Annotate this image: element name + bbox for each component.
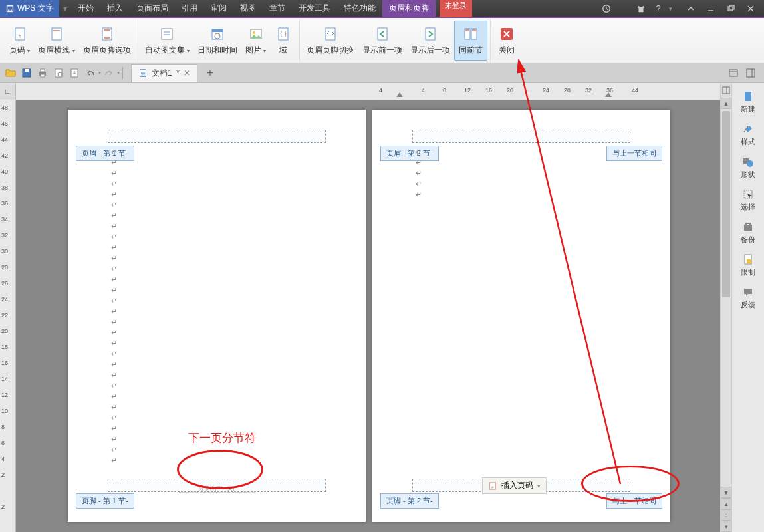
print-button[interactable] — [35, 66, 50, 80]
scroll-up-button[interactable]: ▲ — [721, 98, 731, 109]
tab-start[interactable]: 开始 — [71, 0, 100, 17]
redo-button[interactable] — [102, 66, 116, 80]
next-page-button[interactable]: ▾ — [721, 521, 731, 532]
moon-icon[interactable] — [617, 2, 630, 15]
page-number-button[interactable]: # 页码 ▾ — [5, 21, 34, 61]
new-tab-button[interactable]: + — [201, 65, 219, 82]
svg-rect-26 — [472, 29, 476, 31]
shape-icon — [741, 155, 755, 168]
close-button[interactable] — [741, 1, 760, 16]
print-preview-button[interactable] — [51, 66, 66, 80]
pane-toggle-icon[interactable] — [721, 83, 731, 98]
svg-rect-46 — [723, 87, 729, 94]
picture-button[interactable]: 图片 ▾ — [241, 21, 270, 61]
task-pane-button[interactable] — [743, 66, 758, 80]
minimize-button[interactable] — [701, 1, 720, 16]
page2-header-region[interactable] — [412, 130, 630, 143]
page-2[interactable]: 页眉 - 第 2 节- 与上一节相同 ↵↵↵↵↵ 页脚 - 第 2 节- 与上一… — [372, 110, 670, 522]
header-line-icon — [47, 25, 66, 43]
menu-tabs: 开始 插入 页面布局 引用 审阅 视图 章节 开发工具 特色功能 页眉和页脚 未… — [71, 0, 472, 17]
tab-special[interactable]: 特色功能 — [337, 0, 382, 17]
feedback-icon — [741, 285, 755, 299]
ruler-corner[interactable]: ∟ — [0, 83, 15, 100]
page-1[interactable]: 页眉 - 第 1 节- ↵↵↵↵↵↵↵↵↵↵↵↵↵↵↵↵↵↵↵↵↵↵↵↵↵↵↵↵… — [68, 110, 366, 522]
sidebar-restrict[interactable]: 限制 — [733, 249, 763, 281]
doc-tab-name: 文档1 * — [152, 68, 180, 79]
tab-view[interactable]: 视图 — [233, 0, 263, 17]
page1-footer-region[interactable]: 分节符(下一页) — [108, 479, 326, 492]
svg-rect-22 — [426, 28, 435, 40]
app-dropdown[interactable]: ▾ — [59, 4, 71, 13]
file-icon — [741, 90, 755, 103]
style-icon: A — [741, 122, 755, 136]
login-status[interactable]: 未登录 — [440, 0, 472, 17]
svg-rect-21 — [378, 28, 387, 40]
page-number-icon: # — [11, 25, 29, 43]
doc-tab-close[interactable]: ✕ — [184, 68, 190, 78]
app-name: WPS 文字 — [17, 3, 54, 14]
vertical-ruler[interactable]: ∟ 48464442403836343230282624222018161412… — [0, 83, 16, 532]
tab-layout[interactable]: 页面布局 — [130, 0, 175, 17]
ribbon: # 页码 ▾ 页眉横线 ▾ 页眉页脚选项 自动图文集 ▾ 日期和时间 图片 ▾ … — [0, 18, 764, 63]
same-prev-section-button[interactable]: 同前节 — [454, 21, 487, 61]
skin-icon[interactable] — [634, 2, 648, 15]
right-sidebar: 新建 A 样式 形状 选择 备份 限制 反馈 — [731, 83, 764, 532]
title-bar: WPS 文字 ▾ 开始 插入 页面布局 引用 审阅 视图 章节 开发工具 特色功… — [0, 0, 764, 18]
maximize-button[interactable] — [721, 1, 740, 16]
hf-options-button[interactable]: 页眉页脚选项 — [79, 21, 135, 61]
page2-header-link: 与上一节相同 — [606, 146, 662, 161]
vertical-scrollbar[interactable]: ▲ ▼ ▴ ○ ▾ — [720, 83, 731, 532]
prev-page-button[interactable]: ▴ — [721, 498, 731, 509]
sidebar-style[interactable]: A 样式 — [733, 118, 763, 151]
picture-icon — [247, 25, 265, 43]
wps-logo-icon — [5, 4, 15, 13]
scroll-thumb[interactable] — [722, 111, 730, 297]
date-time-button[interactable]: 日期和时间 — [193, 21, 241, 61]
sidebar-select[interactable]: 选择 — [733, 184, 763, 216]
header-line-button[interactable]: 页眉横线 ▾ — [34, 21, 78, 61]
help-dropdown[interactable]: ▾ — [669, 5, 672, 12]
svg-rect-9 — [104, 37, 110, 39]
scroll-down-button[interactable]: ▼ — [721, 487, 731, 498]
doc-tab-1[interactable]: W 文档1 * ✕ — [131, 64, 197, 82]
open-file-button[interactable] — [3, 66, 18, 80]
show-next-icon — [421, 25, 440, 43]
tab-dev[interactable]: 开发工具 — [292, 0, 337, 17]
sidebar-feedback[interactable]: 反馈 — [733, 281, 763, 314]
show-next-button[interactable]: 显示后一项 — [406, 21, 454, 61]
section-break-mark: 分节符(下一页) — [179, 485, 254, 493]
tab-insert[interactable]: 插入 — [100, 0, 130, 17]
sidebar-backup[interactable]: 备份 — [733, 216, 763, 249]
insert-page-number-button[interactable]: # 插入页码 ▾ — [482, 477, 547, 494]
undo-button[interactable] — [83, 66, 98, 80]
tab-review[interactable]: 审阅 — [204, 0, 233, 17]
document-area: 4481216202428323644 页眉 - 第 1 节- ↵↵↵↵↵↵↵↵… — [16, 83, 731, 532]
svg-rect-8 — [104, 29, 110, 31]
tab-header-footer[interactable]: 页眉和页脚 — [382, 0, 436, 17]
svg-text:#: # — [18, 33, 21, 39]
pages-container: 页眉 - 第 1 节- ↵↵↵↵↵↵↵↵↵↵↵↵↵↵↵↵↵↵↵↵↵↵↵↵↵↵↵↵… — [16, 100, 731, 532]
tab-reference[interactable]: 引用 — [175, 0, 204, 17]
svg-rect-20 — [326, 28, 335, 40]
svg-rect-5 — [52, 28, 61, 40]
restrict-icon — [741, 253, 755, 266]
hf-switch-button[interactable]: 页眉页脚切换 — [303, 21, 358, 61]
sidebar-shape[interactable]: 形状 — [733, 151, 763, 184]
page1-header-region[interactable] — [108, 130, 326, 143]
sidebar-new[interactable]: 新建 — [733, 86, 763, 118]
sync-icon[interactable] — [600, 2, 613, 15]
field-button[interactable]: { } 域 — [270, 21, 297, 61]
save-button[interactable] — [19, 66, 34, 80]
app-logo: WPS 文字 — [0, 0, 59, 17]
close-hf-button[interactable]: 关闭 — [493, 21, 520, 61]
auto-text-button[interactable]: 自动图文集 ▾ — [141, 21, 193, 61]
help-icon[interactable]: ? — [652, 2, 665, 15]
show-prev-button[interactable]: 显示前一项 — [358, 21, 406, 61]
export-button[interactable] — [67, 66, 82, 80]
page1-paragraph-marks: ↵↵↵↵↵↵↵↵↵↵↵↵↵↵↵↵↵↵↵↵↵↵↵↵↵↵↵↵↵↵ — [111, 146, 117, 466]
tab-list-button[interactable] — [726, 66, 741, 80]
tab-section[interactable]: 章节 — [263, 0, 292, 17]
horizontal-ruler[interactable]: 4481216202428323644 — [16, 83, 731, 100]
collapse-ribbon-button[interactable] — [682, 1, 700, 16]
browse-object-button[interactable]: ○ — [721, 509, 731, 521]
